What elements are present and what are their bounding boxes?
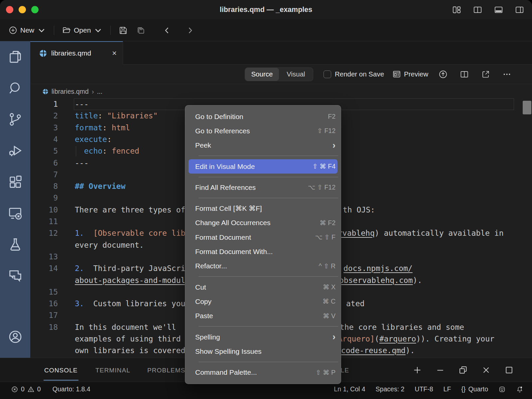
problems-status[interactable]: 0 0 xyxy=(11,385,41,393)
panel-tab-terminal[interactable]: TERMINAL xyxy=(95,366,130,375)
menu-item-shortcut: ⌘ V xyxy=(323,312,335,320)
save-button[interactable] xyxy=(117,24,130,37)
feedback-smiley-icon[interactable] xyxy=(498,386,506,393)
menu-item-paste[interactable]: Paste⌘ V xyxy=(185,309,341,323)
source-mode-button[interactable]: Source xyxy=(245,68,279,81)
menu-item-label: Change All Occurrences xyxy=(195,219,320,227)
menu-separator xyxy=(185,358,341,365)
line-number: 1 xyxy=(43,98,58,110)
visual-mode-button[interactable]: Visual xyxy=(279,68,313,81)
save-all-button[interactable] xyxy=(134,24,147,37)
panel-tab-problems[interactable]: PROBLEMS xyxy=(147,366,185,375)
menu-item-shortcut: ⇧ F12 xyxy=(317,127,335,135)
menu-item-cut[interactable]: Cut⌘ X xyxy=(185,280,341,294)
explorer-icon[interactable] xyxy=(0,41,30,72)
menu-item-edit-in-visual-mode[interactable]: Edit in Visual Mode⇧ ⌘ F4 xyxy=(189,159,337,174)
line-number: 9 xyxy=(43,192,58,204)
tab-label: libraries.qmd xyxy=(51,49,91,57)
toggle-secondary-sidebar-icon[interactable] xyxy=(513,3,526,16)
open-button[interactable]: Open xyxy=(60,24,104,37)
breadcrumb-chevron-icon: › xyxy=(92,87,94,95)
line-number: 5 xyxy=(43,145,58,157)
menu-item-label: Spelling xyxy=(195,333,332,341)
encoding-status[interactable]: UTF-8 xyxy=(415,385,433,393)
menu-item-format-cell-k-f[interactable]: Format Cell [⌘K ⌘F] xyxy=(185,201,341,215)
status-bar: 0 0 Quarto: 1.8.4 Ln 1, Col 4 Spaces: 2 … xyxy=(0,382,532,399)
line-number: 17 xyxy=(43,310,58,321)
eol-status[interactable]: LF xyxy=(444,385,451,393)
menu-item-shortcut: ⌘ C xyxy=(323,298,335,305)
line-number: 7 xyxy=(43,169,58,181)
tab-libraries-qmd[interactable]: libraries.qmd × xyxy=(30,41,123,65)
line-number: 12 xyxy=(43,227,58,239)
context-menu: Go to DefinitionF2Go to References⇧ F12P… xyxy=(185,105,341,384)
menu-item-format-document[interactable]: Format Document⌥ ⇧ F xyxy=(185,230,341,244)
plus-circle-icon xyxy=(9,26,17,35)
chevron-down-icon xyxy=(37,26,46,35)
menu-item-label: Refactor... xyxy=(195,262,319,270)
menu-item-peek[interactable]: Peek› xyxy=(185,138,341,153)
maximize-panel-icon[interactable] xyxy=(502,363,516,377)
restore-panel-icon[interactable] xyxy=(456,363,470,377)
code-text: every document. xyxy=(75,239,144,251)
line-number: 6 xyxy=(43,157,58,169)
code-text: format: html xyxy=(75,122,130,134)
menu-item-go-to-references[interactable]: Go to References⇧ F12 xyxy=(185,124,341,138)
menu-item-format-document-with[interactable]: Format Document With... xyxy=(185,244,341,259)
code-text: In this document we'll xyxy=(75,322,181,333)
indentation-status[interactable]: Spaces: 2 xyxy=(376,385,405,393)
more-actions-icon[interactable] xyxy=(500,68,513,81)
error-count: 0 xyxy=(21,385,25,393)
menu-item-label: Format Document xyxy=(195,233,315,241)
menu-item-copy[interactable]: Copy⌘ C xyxy=(185,294,341,309)
menu-item-shortcut: ⇧ ⌘ F4 xyxy=(313,163,335,170)
split-editor-icon[interactable] xyxy=(458,68,471,81)
app-window: libraries.qmd — _examples New Open xyxy=(0,0,532,399)
code-text-fragment: (code-reuse.qmd). xyxy=(336,345,415,356)
code-text-fragment: Arquero](#arquero)). Creating your xyxy=(338,333,494,345)
menu-item-command-palette[interactable]: Command Palette...⇧ ⌘ P xyxy=(185,365,341,379)
menu-item-change-all-occurrences[interactable]: Change All Occurrences⌘ F2 xyxy=(185,216,341,230)
back-button[interactable] xyxy=(161,24,174,37)
language-mode-status[interactable]: {}Quarto xyxy=(461,385,488,393)
code-text: own libraries is covered xyxy=(75,345,185,356)
code-text: echo: fenced xyxy=(75,145,139,157)
customize-layout-icon[interactable] xyxy=(450,3,463,16)
menu-item-show-spelling-issues[interactable]: Show Spelling Issues xyxy=(185,344,341,358)
menu-item-label: Go to Definition xyxy=(195,113,328,121)
line-number: 15 xyxy=(43,286,58,298)
code-text: examples of using third xyxy=(75,333,181,345)
close-panel-icon[interactable] xyxy=(479,363,493,377)
new-button[interactable]: New xyxy=(7,24,48,37)
open-in-new-window-icon[interactable] xyxy=(479,68,492,81)
cursor-position-status[interactable]: Ln 1, Col 4 xyxy=(334,385,365,393)
menu-item-label: Paste xyxy=(195,312,323,320)
notifications-bell-icon[interactable] xyxy=(516,386,523,393)
panel-tab-console[interactable]: CONSOLE xyxy=(44,366,78,375)
preview-button[interactable]: Preview xyxy=(392,70,428,78)
editor-scrollbar-thumb[interactable] xyxy=(523,101,531,114)
breadcrumb-file[interactable]: libraries.qmd xyxy=(52,88,89,95)
menu-item-refactor[interactable]: Refactor...^ ⇧ R xyxy=(185,259,341,273)
code-text-fragment: observablehq.com). xyxy=(339,275,422,286)
breadcrumb-more[interactable]: ... xyxy=(97,88,102,95)
toggle-panel-icon[interactable] xyxy=(492,3,505,16)
minimize-panel-icon[interactable] xyxy=(433,363,447,377)
code-text-fragment: rvablehq) automatically available in xyxy=(338,227,504,239)
menu-item-find-all-references[interactable]: Find All References⌥ ⇧ F12 xyxy=(185,180,341,195)
editor-action-bar: Source Visual Render on Save Preview xyxy=(30,65,532,84)
publish-icon[interactable] xyxy=(437,68,450,81)
forward-button[interactable] xyxy=(184,24,197,37)
menu-item-go-to-definition[interactable]: Go to DefinitionF2 xyxy=(185,109,341,124)
split-editor-layout-icon[interactable] xyxy=(471,3,484,16)
menu-item-spelling[interactable]: Spelling› xyxy=(185,330,341,344)
close-tab-icon[interactable]: × xyxy=(112,49,117,57)
menu-item-shortcut: F2 xyxy=(328,113,335,120)
menu-item-shortcut: ⇧ ⌘ P xyxy=(316,369,335,376)
new-console-icon[interactable] xyxy=(410,363,424,377)
code-text: --- xyxy=(75,98,89,110)
submenu-chevron-icon: › xyxy=(332,332,335,341)
code-text-fragment: th OJS: xyxy=(343,204,375,216)
render-on-save-checkbox[interactable] xyxy=(324,70,331,78)
quarto-version-status[interactable]: Quarto: 1.8.4 xyxy=(53,385,90,393)
